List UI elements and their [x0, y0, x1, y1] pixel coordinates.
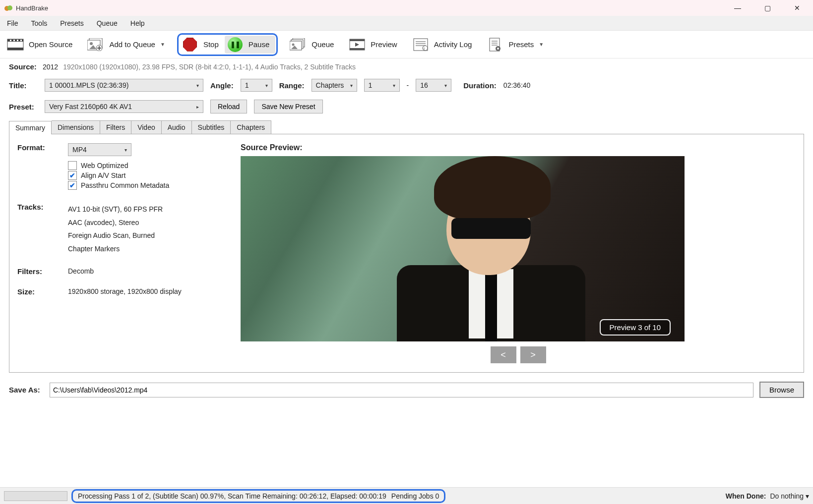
preset-select[interactable]: Very Fast 2160p60 4K AV1▸: [45, 100, 203, 113]
title-row: Title: 1 00001.MPLS (02:36:39)▾ Angle: 1…: [0, 75, 813, 96]
stop-pause-group: Stop ❚❚ Pause: [177, 33, 278, 56]
filters-label: Filters:: [17, 267, 59, 276]
menu-help[interactable]: Help: [127, 17, 148, 29]
chevron-down-icon[interactable]: ▼: [539, 42, 544, 47]
source-row: Source: 2012 1920x1080 (1920x1080), 23.9…: [0, 58, 813, 75]
preview-badge: Preview 3 of 10: [600, 319, 671, 336]
tab-summary[interactable]: Summary: [9, 121, 52, 134]
angle-label: Angle:: [210, 81, 234, 90]
queue-button[interactable]: Queue: [287, 36, 337, 54]
angle-value: 1: [245, 81, 249, 89]
range-start-select[interactable]: 1▾: [364, 79, 400, 92]
svg-point-1: [7, 5, 12, 10]
film-icon: [7, 38, 24, 52]
tab-video[interactable]: Video: [131, 120, 162, 134]
range-start-value: 1: [369, 81, 373, 89]
svg-rect-4: [7, 48, 23, 50]
range-type-value: Chapters: [316, 81, 344, 89]
minimize-button[interactable]: ―: [729, 1, 747, 15]
preset-row: Preset: Very Fast 2160p60 4K AV1▸ Reload…: [0, 96, 813, 117]
range-end-select[interactable]: 16▾: [416, 79, 451, 92]
svg-rect-22: [350, 39, 365, 41]
track-line: AV1 10-bit (SVT), 60 FPS PFR: [68, 203, 163, 216]
reload-button[interactable]: Reload: [210, 100, 247, 113]
tab-chapters[interactable]: Chapters: [231, 120, 271, 134]
source-label: Source:: [9, 62, 38, 71]
progress-bar: [4, 491, 67, 501]
pause-button[interactable]: ❚❚ Pause: [225, 36, 276, 54]
presets-label: Presets: [508, 40, 534, 49]
align-av-checkbox[interactable]: ✔: [68, 171, 77, 180]
tab-subtitles[interactable]: Subtitles: [192, 120, 231, 134]
preview-prev-button[interactable]: <: [491, 346, 516, 363]
tab-dimensions[interactable]: Dimensions: [52, 120, 100, 134]
svg-point-36: [497, 48, 499, 50]
preset-label: Preset:: [9, 103, 38, 111]
source-name: 2012: [43, 63, 58, 71]
preview-image: Preview 3 of 10: [241, 156, 685, 341]
stop-button[interactable]: Stop: [180, 36, 225, 54]
web-optimized-label: Web Optimized: [81, 162, 128, 169]
preview-next-button[interactable]: >: [520, 346, 546, 363]
size-label: Size:: [17, 287, 59, 296]
status-box: Processing Pass 1 of 2, (Subtitle Scan) …: [71, 489, 445, 503]
log-icon: i: [412, 38, 429, 52]
menubar: File Tools Presets Queue Help: [0, 16, 813, 31]
close-button[interactable]: ✕: [788, 1, 806, 15]
svg-point-19: [292, 43, 295, 46]
titlebar: HandBrake ― ▢ ✕: [0, 0, 813, 16]
size-value: 1920x800 storage, 1920x800 display: [68, 287, 182, 295]
passthru-label: Passthru Common Metadata: [81, 181, 169, 189]
angle-select[interactable]: 1▾: [241, 79, 272, 92]
title-select[interactable]: 1 00001.MPLS (02:36:39)▾: [45, 79, 203, 92]
filters-value: Decomb: [68, 267, 94, 275]
format-value: MP4: [72, 146, 87, 154]
pause-label: Pause: [249, 40, 270, 49]
tab-filters[interactable]: Filters: [100, 120, 131, 134]
open-source-label: Open Source: [29, 40, 72, 49]
maximize-button[interactable]: ▢: [758, 1, 776, 15]
svg-rect-5: [10, 40, 11, 41]
passthru-checkbox[interactable]: ✔: [68, 181, 77, 190]
web-optimized-checkbox[interactable]: [68, 161, 77, 170]
source-details: 1920x1080 (1920x1080), 23.98 FPS, SDR (8…: [63, 63, 356, 71]
range-type-select[interactable]: Chapters▾: [312, 79, 357, 92]
range-dash: -: [407, 81, 409, 89]
status-text: Processing Pass 1 of 2, (Subtitle Scan) …: [78, 492, 386, 500]
format-select[interactable]: MP4▾: [68, 143, 131, 156]
window-title: HandBrake: [16, 4, 48, 12]
open-source-button[interactable]: Open Source: [4, 36, 75, 54]
when-done-select[interactable]: Do nothing ▾: [770, 492, 809, 500]
when-done-label: When Done:: [726, 492, 766, 500]
menu-tools[interactable]: Tools: [28, 17, 51, 29]
align-av-label: Align A/V Start: [81, 171, 125, 179]
title-label: Title:: [9, 81, 38, 90]
queue-label: Queue: [312, 40, 334, 49]
menu-presets[interactable]: Presets: [57, 17, 86, 29]
menu-queue[interactable]: Queue: [94, 17, 121, 29]
svg-rect-6: [13, 40, 15, 41]
svg-rect-23: [350, 48, 365, 50]
preview-label: Preview: [371, 40, 397, 49]
menu-file[interactable]: File: [4, 17, 21, 29]
preview-button[interactable]: Preview: [346, 36, 400, 54]
svg-point-11: [90, 42, 93, 45]
presets-icon: [487, 38, 503, 52]
range-end-value: 16: [420, 81, 428, 89]
browse-button[interactable]: Browse: [759, 382, 804, 398]
format-label: Format:: [17, 143, 59, 152]
tracks-label: Tracks:: [17, 203, 59, 211]
save-as-label: Save As:: [9, 386, 44, 394]
activity-log-button[interactable]: i Activity Log: [409, 36, 475, 54]
save-as-input[interactable]: [50, 383, 753, 397]
tabs: Summary Dimensions Filters Video Audio S…: [9, 120, 804, 134]
chevron-down-icon[interactable]: ▼: [160, 42, 165, 47]
image-plus-icon: [87, 38, 104, 52]
tab-audio[interactable]: Audio: [162, 120, 192, 134]
add-to-queue-button[interactable]: Add to Queue ▼: [84, 36, 168, 54]
presets-button[interactable]: Presets ▼: [484, 36, 547, 54]
app-icon: [4, 3, 13, 12]
track-line: AAC (avcodec), Stereo: [68, 216, 163, 229]
range-label: Range:: [279, 81, 305, 90]
save-new-preset-button[interactable]: Save New Preset: [254, 100, 322, 113]
